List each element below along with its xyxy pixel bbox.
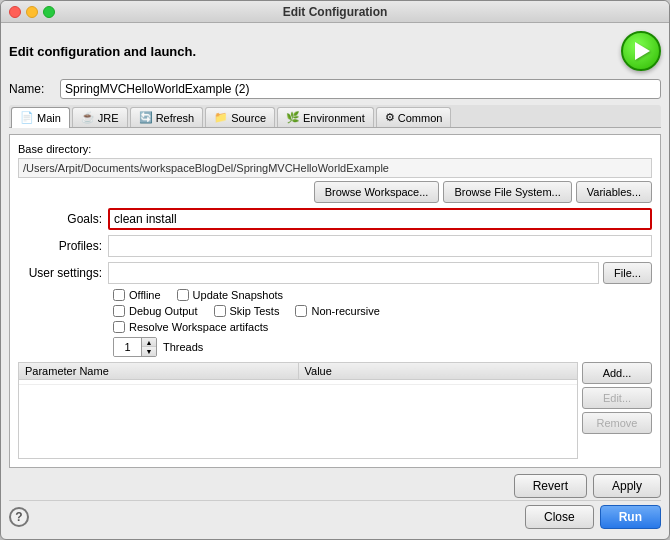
table-buttons: Add... Edit... Remove <box>582 362 652 459</box>
checkboxes-row-1: Offline Update Snapshots <box>18 289 652 301</box>
main-tab-content: Base directory: Browse Workspace... Brow… <box>9 134 661 468</box>
non-recursive-label: Non-recursive <box>311 305 379 317</box>
resolve-workspace-checkbox[interactable] <box>113 321 125 333</box>
tab-source-label: Source <box>231 112 266 124</box>
profiles-input[interactable] <box>108 235 652 257</box>
revert-btn[interactable]: Revert <box>514 474 587 498</box>
profiles-label: Profiles: <box>18 239 108 253</box>
checkboxes-row-2: Debug Output Skip Tests Non-recursive <box>18 305 652 317</box>
tab-jre[interactable]: ☕ JRE <box>72 107 128 127</box>
window: Edit Configuration Edit configuration an… <box>0 0 670 540</box>
header-title: Edit configuration and launch. <box>9 44 196 59</box>
table-cell-name <box>19 380 298 385</box>
threads-input[interactable] <box>114 338 142 356</box>
browse-filesystem-btn[interactable]: Browse File System... <box>443 181 571 203</box>
variables-btn[interactable]: Variables... <box>576 181 652 203</box>
threads-label: Threads <box>163 341 203 353</box>
tab-environment[interactable]: 🌿 Environment <box>277 107 374 127</box>
edit-btn[interactable]: Edit... <box>582 387 652 409</box>
tab-source[interactable]: 📁 Source <box>205 107 275 127</box>
title-bar: Edit Configuration <box>1 1 669 23</box>
profiles-row: Profiles: <box>18 235 652 257</box>
close-btn[interactable]: Close <box>525 505 594 529</box>
tab-environment-label: Environment <box>303 112 365 124</box>
file-btn[interactable]: File... <box>603 262 652 284</box>
debug-output-checkbox[interactable] <box>113 305 125 317</box>
table-body <box>19 380 577 385</box>
name-input[interactable] <box>60 79 661 99</box>
tab-common-label: Common <box>398 112 443 124</box>
name-row: Name: <box>9 79 661 99</box>
update-snapshots-label: Update Snapshots <box>193 289 284 301</box>
goals-input-wrapper <box>108 208 652 230</box>
user-settings-label: User settings: <box>18 266 108 280</box>
window-title: Edit Configuration <box>283 5 388 19</box>
base-directory-label: Base directory: <box>18 143 652 155</box>
tab-jre-label: JRE <box>98 112 119 124</box>
resolve-workspace-checkbox-item: Resolve Workspace artifacts <box>113 321 268 333</box>
tab-main[interactable]: 📄 Main <box>11 107 70 128</box>
tab-main-label: Main <box>37 112 61 124</box>
non-recursive-checkbox[interactable] <box>295 305 307 317</box>
offline-label: Offline <box>129 289 161 301</box>
base-directory-row <box>18 158 652 178</box>
env-tab-icon: 🌿 <box>286 111 300 124</box>
threads-spinner: ▲ ▼ <box>113 337 157 357</box>
goals-label: Goals: <box>18 212 108 226</box>
base-directory-input[interactable] <box>18 158 652 178</box>
offline-checkbox-item: Offline <box>113 289 161 301</box>
header-row: Edit configuration and launch. <box>9 31 661 71</box>
tabs-bar: 📄 Main ☕ JRE 🔄 Refresh 📁 Source 🌿 Enviro… <box>9 105 661 128</box>
run-btn-large[interactable] <box>621 31 661 71</box>
browse-workspace-btn[interactable]: Browse Workspace... <box>314 181 440 203</box>
goals-input[interactable] <box>108 208 652 230</box>
skip-tests-checkbox[interactable] <box>214 305 226 317</box>
skip-tests-label: Skip Tests <box>230 305 280 317</box>
col-value: Value <box>298 363 577 380</box>
update-snapshots-checkbox-item: Update Snapshots <box>177 289 284 301</box>
close-window-btn[interactable] <box>9 6 21 18</box>
add-btn[interactable]: Add... <box>582 362 652 384</box>
common-tab-icon: ⚙ <box>385 111 395 124</box>
help-btn[interactable]: ? <box>9 507 29 527</box>
debug-output-label: Debug Output <box>129 305 198 317</box>
user-settings-row: User settings: File... <box>18 262 652 284</box>
col-parameter-name: Parameter Name <box>19 363 298 380</box>
apply-btn[interactable]: Apply <box>593 474 661 498</box>
jre-tab-icon: ☕ <box>81 111 95 124</box>
debug-output-checkbox-item: Debug Output <box>113 305 198 317</box>
tab-refresh[interactable]: 🔄 Refresh <box>130 107 204 127</box>
goals-row: Goals: <box>18 208 652 230</box>
threads-row: ▲ ▼ Threads <box>18 337 652 357</box>
tab-common[interactable]: ⚙ Common <box>376 107 452 127</box>
name-label: Name: <box>9 82 54 96</box>
footer-right-buttons: Close Run <box>525 505 661 529</box>
table-row[interactable] <box>19 380 577 385</box>
minimize-window-btn[interactable] <box>26 6 38 18</box>
source-tab-icon: 📁 <box>214 111 228 124</box>
non-recursive-checkbox-item: Non-recursive <box>295 305 379 317</box>
maximize-window-btn[interactable] <box>43 6 55 18</box>
window-body: Edit configuration and launch. Name: 📄 M… <box>1 23 669 539</box>
parameter-table: Parameter Name Value <box>19 363 577 385</box>
skip-tests-checkbox-item: Skip Tests <box>214 305 280 317</box>
offline-checkbox[interactable] <box>113 289 125 301</box>
main-tab-icon: 📄 <box>20 111 34 124</box>
update-snapshots-checkbox[interactable] <box>177 289 189 301</box>
run-footer-btn[interactable]: Run <box>600 505 661 529</box>
tab-refresh-label: Refresh <box>156 112 195 124</box>
user-settings-input[interactable] <box>108 262 599 284</box>
remove-btn[interactable]: Remove <box>582 412 652 434</box>
bottom-bar: Revert Apply <box>9 468 661 500</box>
window-controls <box>9 6 55 18</box>
table-section: Parameter Name Value Add... <box>18 362 652 459</box>
run-icon <box>635 42 650 60</box>
table-cell-value <box>298 380 577 385</box>
refresh-tab-icon: 🔄 <box>139 111 153 124</box>
resolve-workspace-row: Resolve Workspace artifacts <box>18 321 652 333</box>
browse-buttons-row: Browse Workspace... Browse File System..… <box>18 181 652 203</box>
spinner-up-btn[interactable]: ▲ <box>142 338 156 347</box>
resolve-workspace-label: Resolve Workspace artifacts <box>129 321 268 333</box>
spinner-down-btn[interactable]: ▼ <box>142 347 156 356</box>
parameter-table-wrapper: Parameter Name Value <box>18 362 578 459</box>
